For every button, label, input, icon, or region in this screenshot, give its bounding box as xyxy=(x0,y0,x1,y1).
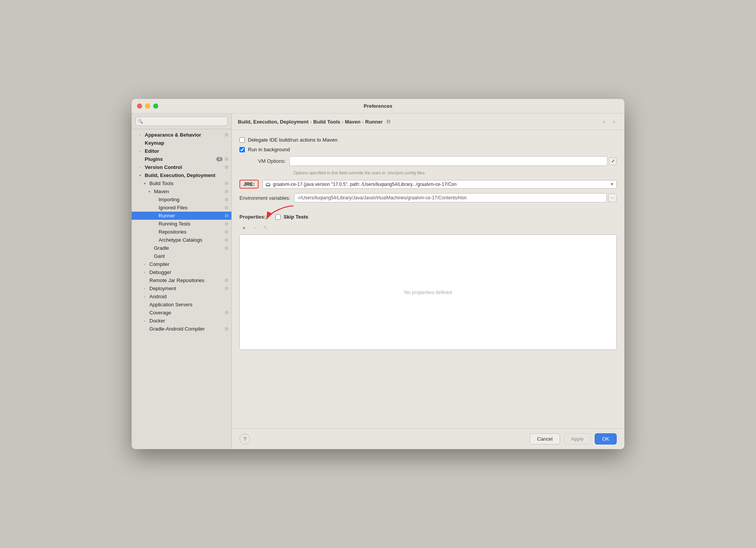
arrow-icon: ▾ xyxy=(149,190,153,194)
sidebar-item-gradle[interactable]: Gradle ⊟ xyxy=(132,244,231,252)
settings-icon: ⊟ xyxy=(225,246,228,251)
nav-arrows: ‹ › xyxy=(600,117,618,126)
sidebar-item-label: Runner xyxy=(159,213,224,219)
settings-icon: ⊟ xyxy=(225,197,228,202)
add-property-button[interactable]: + xyxy=(239,224,249,232)
sidebar-item-maven[interactable]: ▾ Maven ⊟ xyxy=(132,187,231,195)
sidebar-item-label: Coverage xyxy=(149,310,224,316)
main-panel: Build, Execution, Deployment › Build Too… xyxy=(232,114,624,449)
sidebar-item-archetype-catalogs[interactable]: Archetype Catalogs ⊟ xyxy=(132,236,231,244)
form-content: Delegate IDE build/run actions to Maven … xyxy=(232,130,624,428)
properties-section: Properties: Skip Tests + − ✎ No properti… xyxy=(239,214,617,350)
cancel-button[interactable]: Cancel xyxy=(530,433,560,444)
sidebar-item-debugger[interactable]: › Debugger xyxy=(132,268,231,276)
no-properties-text: No properties defined xyxy=(404,289,452,295)
vm-options-input[interactable] xyxy=(289,156,607,166)
help-section: ? xyxy=(239,433,526,444)
arrow-icon: › xyxy=(139,133,144,137)
sidebar-item-docker[interactable]: › Docker xyxy=(132,317,231,325)
sidebar-item-plugins[interactable]: Plugins 4 ⊟ xyxy=(132,155,231,163)
sidebar-item-label: Appearance & Behavior xyxy=(145,132,224,138)
bottom-bar: ? Cancel Apply OK xyxy=(232,428,624,449)
breadcrumb-part-3: Maven xyxy=(345,119,360,125)
jre-dropdown-icon: ▼ xyxy=(610,182,614,186)
remove-property-button[interactable]: − xyxy=(250,224,259,232)
sidebar-item-label: Maven xyxy=(154,189,224,194)
search-input[interactable] xyxy=(135,117,227,126)
sidebar-item-ignored-files[interactable]: Ignored Files ⊟ xyxy=(132,204,231,212)
close-button[interactable] xyxy=(137,104,142,109)
settings-icon: ⊟ xyxy=(225,132,228,137)
breadcrumb-sep-2: › xyxy=(342,119,343,125)
sidebar-item-label: Build Tools xyxy=(149,180,224,186)
sidebar-item-running-tests[interactable]: Running Tests ⊟ xyxy=(132,220,231,228)
jre-row: JRE: 🗂 graalvm-ce-17 (java version "17.0… xyxy=(239,180,617,189)
sidebar-item-repositories[interactable]: Repositories ⊟ xyxy=(132,228,231,236)
window-title: Preferences xyxy=(364,103,392,109)
sidebar-item-label: Running Tests xyxy=(159,221,224,227)
sidebar-item-build-tools[interactable]: ▾ Build Tools ⊟ xyxy=(132,179,231,187)
minimize-button[interactable] xyxy=(145,104,150,109)
sidebar-item-appearance[interactable]: › Appearance & Behavior ⊟ xyxy=(132,131,231,139)
sidebar-item-label: Plugins xyxy=(145,156,216,162)
maximize-button[interactable] xyxy=(153,104,158,109)
env-variables-label: Environment variables: xyxy=(239,195,294,201)
settings-icon: ⊟ xyxy=(225,181,228,186)
background-checkbox-row: Run in background xyxy=(239,147,617,152)
sidebar-item-remote-jar[interactable]: Remote Jar Repositories ⊟ xyxy=(132,276,231,284)
env-browse-button[interactable]: ⋯ xyxy=(608,194,617,202)
sidebar-item-gradle-android[interactable]: Gradle-Android Compiler ⊟ xyxy=(132,325,231,333)
sidebar-item-label: Archetype Catalogs xyxy=(159,237,224,243)
breadcrumb-settings-icon: ⊟ xyxy=(386,119,390,124)
edit-property-button[interactable]: ✎ xyxy=(261,224,270,232)
apply-button[interactable]: Apply xyxy=(564,433,591,444)
sidebar-item-editor[interactable]: › Editor xyxy=(132,147,231,155)
search-icon: 🔍 xyxy=(138,119,143,124)
sidebar-item-label: Editor xyxy=(145,148,228,154)
main-content: 🔍 › Appearance & Behavior ⊟ Keymap xyxy=(132,114,624,449)
search-bar: 🔍 xyxy=(132,114,231,129)
sidebar-item-label: Build, Execution, Deployment xyxy=(145,172,228,178)
sidebar-item-coverage[interactable]: Coverage ⊟ xyxy=(132,309,231,317)
sidebar-item-version-control[interactable]: › Version Control ⊟ xyxy=(132,163,231,171)
jre-label: JRE: xyxy=(239,180,259,189)
settings-icon: ⊟ xyxy=(225,278,228,283)
help-button[interactable]: ? xyxy=(239,434,250,444)
sidebar-item-label: Ignored Files xyxy=(159,205,224,211)
sidebar-item-application-servers[interactable]: Application Servers xyxy=(132,301,231,309)
breadcrumb-sep-3: › xyxy=(362,119,363,125)
nav-forward-button[interactable]: › xyxy=(610,117,618,126)
env-variables-input[interactable] xyxy=(294,193,607,202)
vm-options-hint: Options specified in this field override… xyxy=(293,170,617,175)
jre-value: graalvm-ce-17 (java version "17.0.5", pa… xyxy=(273,182,610,187)
sidebar-item-deployment[interactable]: › Deployment ⊟ xyxy=(132,284,231,292)
properties-toolbar: + − ✎ xyxy=(239,224,617,232)
sidebar-item-runner[interactable]: Runner ⊟ xyxy=(132,212,231,220)
skip-tests-checkbox[interactable] xyxy=(275,214,281,220)
breadcrumb-bar: Build, Execution, Deployment › Build Too… xyxy=(232,114,624,130)
arrow-icon: › xyxy=(144,319,149,323)
sidebar-item-gant[interactable]: Gant xyxy=(132,252,231,260)
breadcrumb-part-4: Runner xyxy=(365,119,383,125)
skip-tests-row: Properties: Skip Tests xyxy=(239,214,617,220)
sidebar-item-label: Application Servers xyxy=(149,302,228,307)
search-wrap: 🔍 xyxy=(135,117,227,126)
background-checkbox[interactable] xyxy=(239,147,245,152)
sidebar-item-label: Deployment xyxy=(149,286,224,291)
sidebar-item-android[interactable]: › Android xyxy=(132,292,231,301)
sidebar-item-keymap[interactable]: Keymap xyxy=(132,139,231,147)
sidebar-item-build-execution[interactable]: ▾ Build, Execution, Deployment xyxy=(132,171,231,179)
help-icon: ? xyxy=(243,436,246,442)
sidebar-item-label: Docker xyxy=(149,318,228,324)
delegate-label: Delegate IDE build/run actions to Maven xyxy=(248,137,338,143)
sidebar-item-importing[interactable]: Importing ⊟ xyxy=(132,195,231,204)
arrow-icon: ▾ xyxy=(144,182,149,185)
env-var-section: Environment variables: ⋯ xyxy=(239,193,617,202)
ok-button[interactable]: OK xyxy=(595,433,617,444)
nav-back-button[interactable]: ‹ xyxy=(600,117,608,126)
delegate-checkbox[interactable] xyxy=(239,137,245,143)
arrow-icon: › xyxy=(139,149,144,153)
sidebar-item-label: Version Control xyxy=(145,164,224,170)
sidebar-item-compiler[interactable]: › Compiler xyxy=(132,260,231,268)
vm-options-expand-button[interactable]: ⤢ xyxy=(609,157,617,165)
